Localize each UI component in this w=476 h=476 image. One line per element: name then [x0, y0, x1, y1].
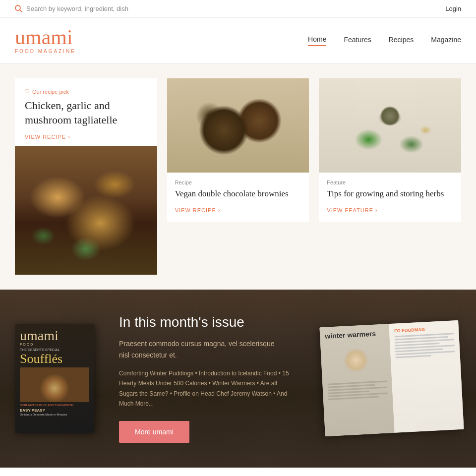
brownies-title: Vegan double chocolate brownies	[175, 188, 301, 199]
magazine-subtitle: Praesent commodo cursus magna, vel scele…	[119, 338, 278, 360]
logo-text: umami	[15, 27, 76, 48]
categories-section: Dinners to impress Learn to cook	[0, 468, 476, 476]
nav-recipes[interactable]: Recipes	[389, 36, 414, 46]
nav-magazine[interactable]: Magazine	[431, 36, 461, 46]
cover-label: The Deserts Special	[20, 348, 89, 352]
side-cards: Recipe Vegan double chocolate brownies V…	[167, 78, 461, 222]
main-view-recipe-link[interactable]: VIEW RECIPE ›	[25, 134, 70, 140]
svg-line-1	[20, 10, 22, 12]
open-mag-header: winter warmers	[325, 329, 385, 340]
card-type-feature: Feature	[327, 179, 453, 185]
open-magazine: winter warmers fo foodmag	[322, 324, 461, 433]
svg-point-0	[15, 5, 20, 10]
heart-icon: ♡	[25, 88, 30, 95]
herbs-title: Tips for growing and storing herbs	[327, 188, 453, 199]
cover-logo: umami	[20, 329, 89, 343]
mag-right-text-lines	[395, 333, 455, 358]
cover-image	[20, 367, 89, 402]
search-area[interactable]: Search by keyword, ingredient, dish	[15, 5, 128, 12]
open-mag-right-page: fo foodmag	[389, 320, 464, 433]
main-nav: Home Features Recipes Magazine	[308, 35, 461, 46]
login-link[interactable]: Login	[445, 5, 461, 12]
herbs-content: Feature Tips for growing and storing her…	[319, 173, 461, 222]
search-icon	[15, 5, 22, 12]
nav-home[interactable]: Home	[308, 35, 326, 46]
cover-easy: Easy Peasy	[20, 408, 89, 413]
pasta-image	[15, 146, 157, 275]
food-plate-image	[335, 342, 377, 379]
feature-card-herbs: Feature Tips for growing and storing her…	[319, 78, 461, 222]
magazine-title: In this month's issue	[119, 314, 298, 330]
main-card-title: Chicken, garlic and mushroom tagliatelle	[25, 99, 147, 127]
cover-sub: Food	[20, 343, 89, 346]
right-line-8	[396, 355, 431, 358]
magazine-section: umami Food The Deserts Special Soufflés …	[0, 290, 476, 467]
brownies-content: Recipe Vegan double chocolate brownies V…	[167, 173, 309, 222]
cover-desc: Delicious Desserts Made in Minutes	[20, 413, 89, 416]
main-card-content: ♡ Our recipe pick Chicken, garlic and mu…	[15, 78, 157, 146]
logo-subtitle: Food Magazine	[15, 49, 76, 54]
magazine-features: Comforting Winter Puddings • Introductio…	[119, 368, 293, 409]
logo[interactable]: umami Food Magazine	[15, 27, 76, 54]
open-mag-left-page: winter warmers	[319, 324, 394, 437]
brownies-image	[167, 78, 309, 173]
main-card-image	[15, 146, 157, 275]
hero-section: ♡ Our recipe pick Chicken, garlic and mu…	[0, 63, 476, 290]
magazine-cover: umami Food The Deserts Special Soufflés …	[15, 324, 94, 433]
top-bar: Search by keyword, ingredient, dish Logi…	[0, 0, 476, 18]
mag-text-lines	[327, 381, 388, 400]
recipe-pick-label: ♡ Our recipe pick	[25, 88, 147, 95]
main-feature-card: ♡ Our recipe pick Chicken, garlic and mu…	[15, 78, 157, 275]
magazine-content: In this month's issue Praesent commodo c…	[119, 314, 298, 442]
site-header: umami Food Magazine Home Features Recipe…	[0, 18, 476, 63]
herbs-view-link[interactable]: VIEW FEATURE ›	[327, 207, 377, 213]
card-type-recipe: Recipe	[175, 179, 301, 185]
text-line-6	[328, 396, 379, 400]
cover-souffles: Soufflés	[20, 353, 89, 365]
cover-tagline: Scrumptious in less this month	[20, 404, 89, 407]
nav-features[interactable]: Features	[344, 36, 371, 46]
brownies-view-link[interactable]: VIEW RECIPE ›	[175, 207, 221, 213]
more-umami-button[interactable]: More umami	[119, 421, 189, 443]
herbs-image	[319, 78, 461, 173]
open-mag-right-title: fo foodmag	[394, 326, 454, 334]
recipe-card-brownies: Recipe Vegan double chocolate brownies V…	[167, 78, 309, 222]
open-mag-spread: winter warmers fo foodmag	[319, 320, 464, 436]
search-placeholder: Search by keyword, ingredient, dish	[26, 5, 128, 12]
